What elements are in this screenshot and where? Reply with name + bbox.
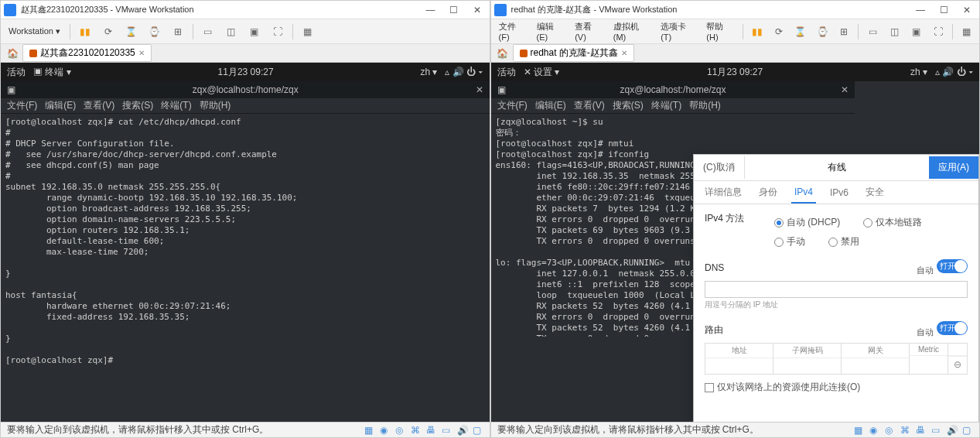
device-icon[interactable]: 🔊 [457,425,468,436]
device-icon[interactable]: ▭ [931,425,942,436]
settings-indicator[interactable]: ✕ 设置 ▾ [524,66,560,79]
layout2-icon[interactable]: ◫ [223,23,240,40]
route-gw-input[interactable] [842,358,909,374]
layout3-icon[interactable]: ▣ [246,23,263,40]
device-icon[interactable]: ◉ [869,425,880,436]
routes-auto-switch[interactable]: 打开 [937,321,968,335]
maximize-button[interactable]: ☐ [934,5,953,15]
device-icon[interactable]: ▦ [364,425,375,436]
device-icon[interactable]: ▦ [854,425,865,436]
clock[interactable]: 11月23 09:27 [567,66,903,79]
tab-detail[interactable]: 详细信息 [702,181,745,204]
dns-auto-switch[interactable]: 打开 [937,259,968,273]
device-icon[interactable]: ◎ [395,425,406,436]
lang-indicator[interactable]: zh ▾ [420,67,437,77]
menu-tabs[interactable]: 选项卡(T) [657,19,697,43]
restart-icon[interactable]: ⟳ [771,23,787,40]
menu-help[interactable]: 帮助(H) [689,99,721,112]
close-button[interactable]: ✕ [468,5,487,15]
device-icon[interactable]: ▢ [962,425,973,436]
close-button[interactable]: ✕ [958,5,976,15]
menu-vm[interactable]: 虚拟机(M) [610,19,651,43]
route-mask-input[interactable] [773,358,841,374]
tab-identity[interactable]: 身份 [756,181,780,204]
minimize-button[interactable]: — [911,5,930,15]
menu-view[interactable]: 查看(V) [572,19,604,43]
unity-icon[interactable]: ▦ [959,23,975,40]
clock[interactable]: 11月23 09:27 [79,66,413,79]
device-icon[interactable]: ⌘ [411,425,422,436]
vm-tab[interactable]: redhat 的克隆-赵其鑫 ✕ [513,44,634,62]
terminal-indicator[interactable]: ▣ 终端 ▾ [33,66,71,79]
menu-search[interactable]: 搜索(S) [122,99,153,112]
snapshot-icon[interactable]: ⌛ [793,23,808,40]
menu-view[interactable]: 查看(V) [574,99,605,112]
apply-button[interactable]: 应用(A) [929,156,978,179]
system-tray[interactable]: ▵ 🔊 ⏻ ▾ [445,67,483,77]
unity-icon[interactable]: ▦ [299,23,316,40]
menu-search[interactable]: 搜索(S) [613,99,644,112]
terminal-body[interactable]: [root@localhost zqx]# cat /etc/dhcp/dhcp… [1,114,490,422]
device-icon[interactable]: ⌘ [900,425,911,436]
tab-security[interactable]: 安全 [862,181,887,204]
menu-file[interactable]: 文件(F) [7,99,37,112]
route-addr-input[interactable] [705,358,773,374]
activities[interactable]: 活动 [7,66,26,79]
revert-icon[interactable]: ⌚ [146,23,163,40]
snapshot-icon[interactable]: ⌛ [123,23,140,40]
radio-link-local[interactable]: 仅本地链路 [863,216,922,229]
menu-view[interactable]: 查看(V) [84,99,114,112]
menu-edit[interactable]: 编辑(E) [535,99,566,112]
manage-icon[interactable]: ⊞ [836,23,852,40]
device-icon[interactable]: 🖶 [426,425,437,436]
device-icon[interactable]: ◉ [380,425,391,436]
menu-file[interactable]: 文件(F) [496,19,528,43]
layout2-icon[interactable]: ◫ [886,23,902,40]
layout3-icon[interactable]: ▣ [909,23,924,40]
only-lan-checkbox[interactable]: 仅对该网络上的资源使用此连接(O) [705,381,968,394]
activities[interactable]: 活动 [497,66,516,79]
route-metric-input[interactable] [910,356,948,371]
menu-help[interactable]: 帮助(H) [200,99,231,112]
fullscreen-icon[interactable]: ⛶ [269,23,286,40]
dns-input[interactable] [705,281,968,298]
radio-manual[interactable]: 手动 [774,235,805,248]
radio-disabled[interactable]: 禁用 [828,235,859,248]
tab-close-icon[interactable]: ✕ [621,49,627,57]
tab-ipv6[interactable]: IPv6 [827,181,852,204]
menu-edit[interactable]: 编辑(E) [534,19,566,43]
home-icon[interactable]: 🏠 [496,46,510,60]
pause-icon[interactable]: ▮▮ [749,23,764,40]
menu-terminal[interactable]: 终端(T) [651,99,681,112]
terminal-close-icon[interactable]: ✕ [476,84,483,95]
device-icon[interactable]: ▭ [442,425,452,436]
menu-help[interactable]: 帮助(H) [703,19,736,43]
workstation-menu[interactable]: Workstation ▾ [5,25,63,38]
pause-icon[interactable]: ▮▮ [77,23,94,40]
menu-edit[interactable]: 编辑(E) [45,99,76,112]
lang-indicator[interactable]: zh ▾ [910,67,927,77]
system-tray[interactable]: ▵ 🔊 ⏻ ▾ [935,67,973,77]
tab-ipv4[interactable]: IPv4 [791,181,816,204]
home-icon[interactable]: 🏠 [5,46,19,60]
tab-close-icon[interactable]: ✕ [138,49,145,57]
menu-terminal[interactable]: 终端(T) [161,99,191,112]
radio-auto-dhcp[interactable]: 自动 (DHCP) [774,216,840,229]
terminal-close-icon[interactable]: ✕ [841,84,849,95]
maximize-button[interactable]: ☐ [445,5,463,15]
menu-file[interactable]: 文件(F) [497,99,528,112]
revert-icon[interactable]: ⌚ [814,23,830,40]
device-icon[interactable]: 🖶 [916,425,927,436]
layout1-icon[interactable]: ▭ [865,23,880,40]
route-delete-icon[interactable]: ⊖ [948,356,967,372]
layout1-icon[interactable]: ▭ [200,23,217,40]
device-icon[interactable]: ◎ [885,425,896,436]
minimize-button[interactable]: — [422,5,440,15]
restart-icon[interactable]: ⟳ [100,23,117,40]
cancel-button[interactable]: (C)取消 [694,156,745,179]
device-icon[interactable]: 🔊 [947,425,958,436]
vm-tab[interactable]: 赵其鑫2231020120335 ✕ [22,44,152,62]
device-icon[interactable]: ▢ [473,425,483,436]
fullscreen-icon[interactable]: ⛶ [930,23,946,40]
manage-icon[interactable]: ⊞ [169,23,186,40]
